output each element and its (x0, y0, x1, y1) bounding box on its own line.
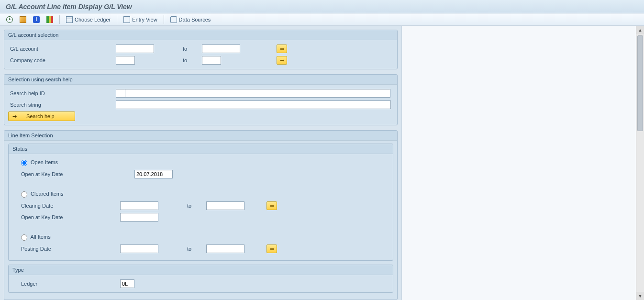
cleared-items-label: Cleared Items (31, 191, 63, 197)
data-sources-icon (170, 16, 177, 23)
data-sources-label: Data Sources (179, 17, 211, 22)
toolbar-separator (117, 15, 117, 24)
scroll-up-button[interactable]: ▲ (636, 26, 644, 34)
posting-date-multiple-selection-button[interactable]: ➡ (266, 244, 277, 253)
subgroup-title: Status (9, 144, 393, 154)
info-icon: i (33, 16, 40, 23)
group-title: G/L account selection (4, 30, 397, 40)
selection-screen: G/L account selection G/L account to ➡ C… (0, 26, 402, 300)
ledger-input[interactable] (120, 279, 134, 288)
status-subgroup: Status Open Items Open at Key Date (8, 144, 393, 261)
to-label: to (187, 203, 206, 209)
toolbar-separator (59, 15, 60, 24)
clock-icon (6, 16, 13, 23)
group-line-item-selection: Line Item Selection Status Open Items Op… (4, 130, 398, 300)
to-label: to (183, 46, 202, 52)
content-right-empty: ▲ ▼ (402, 26, 644, 300)
search-string-input[interactable] (116, 100, 391, 109)
company-code-label: Company code (8, 57, 116, 63)
open-items-radio[interactable] (21, 160, 27, 166)
ledger-icon (66, 16, 73, 23)
all-items-label: All Items (30, 234, 50, 240)
search-string-label: Search string (8, 102, 116, 108)
group-gl-account-selection: G/L account selection G/L account to ➡ C… (4, 30, 398, 69)
posting-date-to-input[interactable] (206, 244, 244, 253)
open-at-key-date-label: Open at Key Date (12, 171, 134, 177)
get-variant-button[interactable] (17, 15, 29, 24)
application-toolbar: i Choose Ledger Entry View Data Sources (0, 13, 644, 26)
gl-account-label: G/L account (8, 46, 116, 52)
status-icon (46, 16, 53, 23)
entry-view-label: Entry View (132, 17, 157, 22)
clearing-date-label: Clearing Date (12, 203, 120, 209)
choose-ledger-label: Choose Ledger (75, 17, 111, 22)
open-at-key-date-input[interactable] (134, 170, 173, 178)
choose-ledger-button[interactable]: Choose Ledger (64, 15, 113, 24)
entry-view-button[interactable]: Entry View (121, 15, 159, 24)
to-label: to (183, 57, 202, 63)
status-button[interactable] (44, 15, 56, 24)
company-code-multiple-selection-button[interactable]: ➡ (277, 56, 287, 65)
clearing-date-multiple-selection-button[interactable]: ➡ (266, 201, 277, 210)
cleared-items-radio[interactable] (21, 191, 27, 198)
ledger-label: Ledger (12, 281, 120, 287)
company-code-from-input[interactable] (116, 56, 135, 65)
data-sources-button[interactable]: Data Sources (168, 15, 213, 24)
entry-view-icon (123, 16, 130, 23)
search-help-button[interactable]: ➡ Search help (8, 111, 75, 121)
gl-account-from-input[interactable] (116, 44, 154, 53)
clearing-date-from-input[interactable] (120, 201, 158, 210)
page-title: G/L Account Line Item Display G/L View (0, 0, 644, 13)
subgroup-title: Type (9, 265, 393, 275)
to-label: to (187, 246, 206, 252)
search-help-button-label: Search help (26, 113, 55, 119)
open-at-key-date2-label: Open at Key Date (12, 214, 120, 220)
open-items-label: Open Items (31, 159, 58, 165)
group-search-help: Selection using search help Search help … (4, 74, 398, 125)
variant-icon (20, 16, 26, 23)
info-button[interactable]: i (31, 15, 42, 24)
type-subgroup: Type Ledger (8, 265, 393, 293)
vertical-scrollbar[interactable]: ▲ ▼ (636, 26, 644, 300)
arrow-right-icon: ➡ (12, 113, 17, 120)
posting-date-label: Posting Date (12, 246, 120, 252)
open-at-key-date2-input[interactable] (120, 213, 158, 222)
company-code-to-input[interactable] (202, 56, 221, 65)
all-items-radio[interactable] (21, 234, 27, 241)
posting-date-from-input[interactable] (120, 244, 158, 253)
group-title: Selection using search help (4, 75, 397, 85)
execute-button[interactable] (4, 15, 15, 24)
scroll-thumb[interactable] (637, 35, 643, 131)
gl-account-multiple-selection-button[interactable]: ➡ (277, 44, 287, 53)
search-help-id-label: Search help ID (8, 90, 116, 96)
toolbar-separator (164, 15, 164, 24)
search-help-id-input[interactable] (125, 89, 390, 98)
scroll-down-button[interactable]: ▼ (636, 292, 644, 300)
group-title: Line Item Selection (4, 131, 397, 141)
gl-account-to-input[interactable] (202, 44, 240, 53)
clearing-date-to-input[interactable] (206, 201, 244, 210)
search-help-id-small-input[interactable] (116, 89, 125, 98)
